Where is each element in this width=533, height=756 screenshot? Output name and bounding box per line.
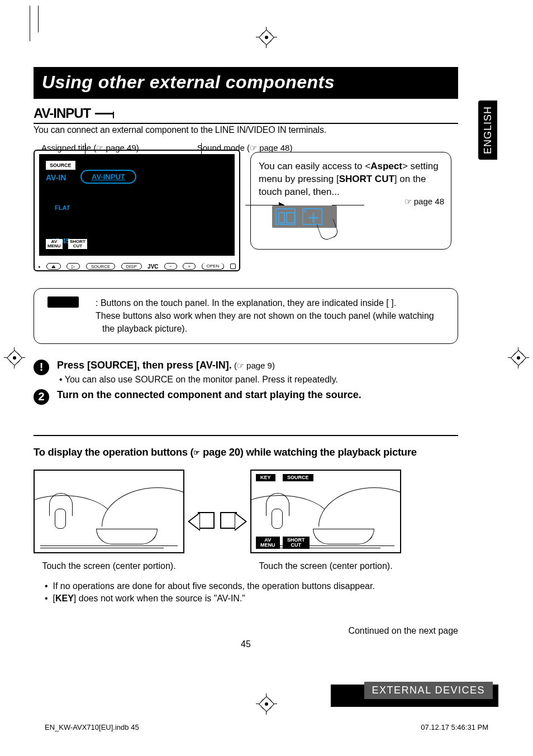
caption-right: Touch the screen (center portion). xyxy=(259,561,392,571)
hw-eject-icon: ⏏ xyxy=(46,263,61,270)
touch-button-note: : Buttons on the touch panel. In the exp… xyxy=(34,288,458,344)
playback-illustration-row: Touch the screen (center portion). KEY S… xyxy=(34,470,458,571)
hw-plus-button[interactable]: + xyxy=(183,263,196,270)
hw-play-icon: ▷ xyxy=(66,263,80,270)
hw-disp-button[interactable]: DISP xyxy=(121,263,142,270)
boat-icon xyxy=(313,529,374,544)
step-number-icon: ! xyxy=(34,360,49,375)
page-title-bar: Using other external components xyxy=(34,67,458,99)
caption-left: Touch the screen (center portion). xyxy=(42,561,175,571)
step-number-icon: 2 xyxy=(34,389,49,405)
footer-datetime: 07.12.17 5:46:31 PM xyxy=(421,723,488,731)
touch-button-av-menu[interactable]: AV MENU xyxy=(46,239,63,249)
section-footer: EXTERNAL DEVICES xyxy=(331,679,498,707)
step-1-ref: (☞ page 9) xyxy=(232,361,275,370)
touch-button-short-cut[interactable]: SHORT CUT xyxy=(68,239,87,249)
switch-arrows-icon xyxy=(198,505,237,536)
heading-rule xyxy=(34,123,458,124)
hw-minus-button[interactable]: − xyxy=(164,263,177,270)
touch-button-source[interactable]: SOURCE xyxy=(283,474,313,481)
step-1-title: Press [SOURCE], then press [AV-IN]. xyxy=(57,360,232,371)
section-label: EXTERNAL DEVICES xyxy=(364,682,493,699)
svg-rect-0 xyxy=(279,213,284,223)
step-1-sub: • You can also use SOURCE on the monitor… xyxy=(67,375,338,385)
step-2: 2 Turn on the connected component and st… xyxy=(34,389,458,405)
hw-open-button[interactable]: OPEN xyxy=(202,263,225,270)
step-2-title: Turn on the connected component and star… xyxy=(57,389,361,400)
playback-screen-before xyxy=(34,470,184,553)
page-number: 45 xyxy=(34,639,458,649)
device-illustration: SOURCE AV-IN AV-INPUT FLAT 15:45 AV MENU… xyxy=(34,150,240,272)
crop-line xyxy=(30,6,30,41)
aspect-ratio-icon xyxy=(275,208,296,225)
boat-icon xyxy=(96,529,158,544)
footer-filename: EN_KW-AVX710[EU].indb 45 xyxy=(45,723,139,731)
svg-rect-1 xyxy=(287,213,294,223)
intro-text: You can connect an external component to… xyxy=(34,125,458,135)
registration-mark-top xyxy=(260,31,273,44)
device-physical-controls: ● ⏏ ▷ SOURCE DISP JVC − + OPEN xyxy=(34,260,240,272)
language-tab: ENGLISH xyxy=(478,101,497,160)
step-1: ! Press [SOURCE], then press [AV-IN]. (☞… xyxy=(34,360,458,385)
crop-line xyxy=(38,6,39,32)
screen-label-avinput: AV-INPUT xyxy=(80,170,136,184)
hw-source-button[interactable]: SOURCE xyxy=(86,263,115,270)
section-divider xyxy=(34,435,458,436)
note-item: • If no operations are done for about fi… xyxy=(45,581,458,591)
note-line-1: : Buttons on the touch panel. In the exp… xyxy=(102,296,448,309)
print-footer: EN_KW-AVX710[EU].indb 45 07.12.17 5:46:3… xyxy=(45,723,488,731)
person-icon xyxy=(51,497,68,537)
continued-text: Continued on the next page xyxy=(34,626,458,636)
heading-connector-icon xyxy=(95,113,114,114)
steps-list: ! Press [SOURCE], then press [AV-IN]. (☞… xyxy=(34,360,458,405)
touch-button-source[interactable]: SOURCE xyxy=(46,161,75,170)
heading-text: AV-INPUT xyxy=(34,106,91,121)
section-heading-av-input: AV-INPUT xyxy=(34,106,458,121)
aspect-callout: You can easily access to <Aspect> settin… xyxy=(250,152,451,250)
brand-logo: JVC xyxy=(147,264,158,270)
screen-label-avin: AV-IN xyxy=(46,173,66,182)
registration-mark-right xyxy=(512,352,525,364)
note-item: • [KEY] does not work when the source is… xyxy=(45,594,458,604)
pointer-icon: ☞ xyxy=(193,448,200,457)
callout-mini-illustration xyxy=(259,205,443,239)
registration-mark-bottom xyxy=(260,698,273,710)
black-swatch-icon xyxy=(47,296,79,308)
note-line-2: These buttons also work when they are no… xyxy=(102,309,448,335)
registration-mark-left xyxy=(8,352,21,364)
hw-sensor-icon xyxy=(230,264,236,269)
page-content: Using other external components AV-INPUT… xyxy=(34,67,458,649)
zoom-icon xyxy=(302,208,322,225)
touch-button-key[interactable]: KEY xyxy=(256,474,275,481)
touch-button-short-cut[interactable]: SHORT CUT xyxy=(283,537,310,549)
playback-screen-after: KEY SOURCE AV MENU SHORT CUT xyxy=(250,470,401,553)
callout-text: You can easily access to <Aspect> settin… xyxy=(259,161,439,197)
playback-subtitle: To display the operation buttons (☞ page… xyxy=(34,446,458,458)
notes-list: • If no operations are done for about fi… xyxy=(34,581,458,604)
touch-button-av-menu[interactable]: AV MENU xyxy=(256,537,280,549)
person-icon xyxy=(268,497,285,537)
